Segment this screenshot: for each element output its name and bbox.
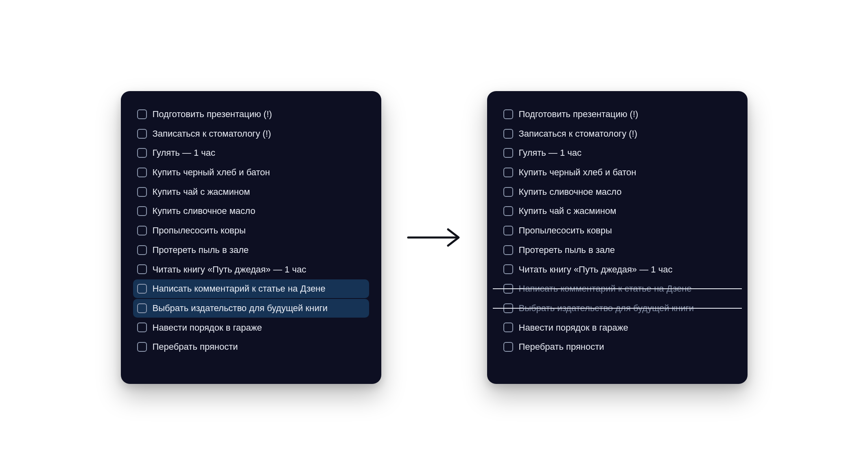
task-label: Записаться к стоматологу (!) bbox=[153, 128, 271, 140]
list-item[interactable]: Читать книгу «Путь джедая» — 1 час bbox=[133, 260, 369, 279]
list-item[interactable]: Протереть пыль в зале bbox=[133, 241, 369, 259]
checkbox-icon[interactable] bbox=[137, 168, 147, 177]
arrow-icon bbox=[406, 225, 463, 250]
checkbox-icon[interactable] bbox=[137, 226, 147, 235]
list-item[interactable]: Подготовить презентацию (!) bbox=[499, 105, 735, 124]
task-label: Пропылесосить ковры bbox=[519, 224, 612, 237]
checkbox-icon[interactable] bbox=[503, 342, 513, 352]
list-item[interactable]: Навести порядок в гараже bbox=[499, 318, 735, 337]
task-label: Читать книгу «Путь джедая» — 1 час bbox=[153, 264, 306, 276]
list-item[interactable]: Протереть пыль в зале bbox=[499, 241, 735, 259]
task-label: Перебрать пряности bbox=[519, 341, 604, 353]
comparison-stage: Подготовить презентацию (!)Записаться к … bbox=[121, 91, 748, 384]
right-task-list: Подготовить презентацию (!)Записаться к … bbox=[499, 105, 735, 356]
list-item[interactable]: Гулять — 1 час bbox=[499, 144, 735, 162]
task-label: Навести порядок в гараже bbox=[519, 322, 628, 334]
list-item[interactable]: Купить черный хлеб и батон bbox=[133, 163, 369, 182]
task-label: Купить чай с жасмином bbox=[519, 205, 617, 217]
task-label: Выбрать издательство для будущей книги bbox=[153, 302, 328, 314]
checkbox-icon[interactable] bbox=[503, 129, 513, 139]
task-label: Гулять — 1 час bbox=[153, 147, 216, 159]
task-label: Купить сливочное масло bbox=[153, 205, 256, 217]
list-item[interactable]: Читать книгу «Путь джедая» — 1 час bbox=[499, 260, 735, 279]
task-label: Подготовить презентацию (!) bbox=[519, 108, 638, 120]
list-item[interactable]: Подготовить презентацию (!) bbox=[133, 105, 369, 124]
list-item[interactable]: Купить чай с жасмином bbox=[133, 183, 369, 201]
checkbox-icon[interactable] bbox=[137, 187, 147, 197]
checkbox-icon[interactable] bbox=[503, 303, 513, 313]
task-label: Купить черный хлеб и батон bbox=[519, 166, 636, 179]
checkbox-icon[interactable] bbox=[503, 148, 513, 158]
checkbox-icon[interactable] bbox=[503, 187, 513, 197]
task-label: Гулять — 1 час bbox=[519, 147, 582, 159]
list-item[interactable]: Пропылесосить ковры bbox=[133, 221, 369, 240]
list-item[interactable]: Купить чай с жасмином bbox=[499, 202, 735, 220]
task-label: Навести порядок в гараже bbox=[153, 322, 262, 334]
task-label: Написать комментарий к статье на Дзене bbox=[519, 283, 692, 295]
checkbox-icon[interactable] bbox=[137, 148, 147, 158]
list-item[interactable]: Написать комментарий к статье на Дзене bbox=[499, 279, 735, 298]
checkbox-icon[interactable] bbox=[137, 303, 147, 313]
checkbox-icon[interactable] bbox=[137, 284, 147, 294]
task-label: Выбрать издательство для будущей книги bbox=[519, 302, 694, 314]
checkbox-icon[interactable] bbox=[137, 322, 147, 332]
task-label: Пропылесосить ковры bbox=[153, 224, 246, 237]
task-label: Купить сливочное масло bbox=[519, 186, 622, 198]
task-label: Подготовить презентацию (!) bbox=[153, 108, 272, 120]
list-item[interactable]: Выбрать издательство для будущей книги bbox=[499, 299, 735, 318]
left-panel: Подготовить презентацию (!)Записаться к … bbox=[121, 91, 381, 384]
list-item[interactable]: Навести порядок в гараже bbox=[133, 318, 369, 337]
list-item[interactable]: Выбрать издательство для будущей книги bbox=[133, 299, 369, 318]
task-label: Написать комментарий к статье на Дзене bbox=[153, 283, 326, 295]
list-item[interactable]: Купить черный хлеб и батон bbox=[499, 163, 735, 182]
task-label: Перебрать пряности bbox=[153, 341, 238, 353]
checkbox-icon[interactable] bbox=[503, 284, 513, 294]
list-item[interactable]: Пропылесосить ковры bbox=[499, 221, 735, 240]
list-item[interactable]: Написать комментарий к статье на Дзене bbox=[133, 279, 369, 298]
checkbox-icon[interactable] bbox=[137, 245, 147, 255]
checkbox-icon[interactable] bbox=[137, 206, 147, 216]
checkbox-icon[interactable] bbox=[137, 342, 147, 352]
checkbox-icon[interactable] bbox=[503, 109, 513, 119]
list-item[interactable]: Перебрать пряности bbox=[499, 338, 735, 356]
list-item[interactable]: Купить сливочное масло bbox=[499, 183, 735, 201]
checkbox-icon[interactable] bbox=[137, 264, 147, 274]
task-label: Протереть пыль в зале bbox=[153, 244, 249, 256]
left-task-list: Подготовить презентацию (!)Записаться к … bbox=[133, 105, 369, 356]
right-panel: Подготовить презентацию (!)Записаться к … bbox=[487, 91, 748, 384]
checkbox-icon[interactable] bbox=[503, 206, 513, 216]
task-label: Купить черный хлеб и батон bbox=[153, 166, 270, 179]
checkbox-icon[interactable] bbox=[137, 129, 147, 139]
checkbox-icon[interactable] bbox=[503, 245, 513, 255]
checkbox-icon[interactable] bbox=[503, 322, 513, 332]
task-label: Купить чай с жасмином bbox=[153, 186, 250, 198]
list-item[interactable]: Записаться к стоматологу (!) bbox=[499, 124, 735, 143]
list-item[interactable]: Перебрать пряности bbox=[133, 338, 369, 356]
list-item[interactable]: Купить сливочное масло bbox=[133, 202, 369, 220]
task-label: Протереть пыль в зале bbox=[519, 244, 615, 256]
checkbox-icon[interactable] bbox=[503, 226, 513, 235]
task-label: Читать книгу «Путь джедая» — 1 час bbox=[519, 264, 673, 276]
checkbox-icon[interactable] bbox=[503, 168, 513, 177]
checkbox-icon[interactable] bbox=[137, 109, 147, 119]
checkbox-icon[interactable] bbox=[503, 264, 513, 274]
task-label: Записаться к стоматологу (!) bbox=[519, 128, 638, 140]
list-item[interactable]: Гулять — 1 час bbox=[133, 144, 369, 162]
list-item[interactable]: Записаться к стоматологу (!) bbox=[133, 124, 369, 143]
